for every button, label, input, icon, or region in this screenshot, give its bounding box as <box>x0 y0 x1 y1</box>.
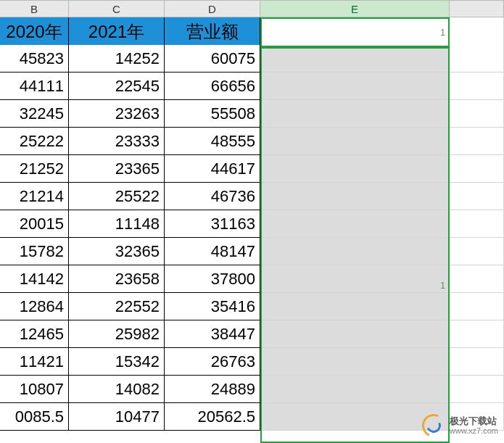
table-cell[interactable]: 60075 <box>165 45 260 73</box>
table-cell[interactable] <box>260 210 450 238</box>
table-cell[interactable] <box>450 238 504 265</box>
table-cell[interactable] <box>260 293 450 320</box>
cell-e1[interactable] <box>260 17 450 47</box>
table-cell[interactable] <box>450 45 504 73</box>
table-cell[interactable]: 15342 <box>69 348 165 376</box>
table-cell[interactable]: 48147 <box>165 238 260 265</box>
table-cell[interactable]: 32245 <box>0 100 69 128</box>
table-cell[interactable]: 44617 <box>165 155 260 183</box>
table-cell[interactable] <box>260 376 450 403</box>
table-cell[interactable] <box>450 183 504 210</box>
table-cell[interactable] <box>260 73 450 100</box>
table-cell[interactable]: 21252 <box>0 155 69 183</box>
table-cell[interactable] <box>450 265 504 293</box>
col-header-d[interactable]: D <box>165 0 260 17</box>
table-cell[interactable]: 44111 <box>0 73 69 100</box>
table-cell[interactable]: 0085.5 <box>0 403 69 431</box>
table-cell[interactable] <box>260 238 450 265</box>
table-cell[interactable] <box>260 320 450 348</box>
col-header-f[interactable] <box>450 0 504 17</box>
table-cell[interactable]: 46736 <box>165 183 260 210</box>
table-cell[interactable]: 20562.5 <box>165 403 260 431</box>
table-cell[interactable]: 22552 <box>69 293 165 320</box>
table-cell[interactable]: 11421 <box>0 348 69 376</box>
table-cell[interactable]: 23365 <box>69 155 165 183</box>
table-cell[interactable]: 12864 <box>0 293 69 320</box>
col-header-e[interactable]: E <box>260 0 450 17</box>
header-2020[interactable]: 2020年 <box>0 17 69 47</box>
table-cell[interactable]: 11148 <box>69 210 165 238</box>
watermark-logo-icon <box>422 414 445 437</box>
table-cell[interactable] <box>260 45 450 73</box>
col-header-c[interactable]: C <box>69 0 165 17</box>
table-cell[interactable] <box>260 128 450 155</box>
watermark-text: 极光下载站 www.xz7.com <box>450 416 498 435</box>
table-cell[interactable]: 10477 <box>69 403 165 431</box>
table-cell[interactable]: 20015 <box>0 210 69 238</box>
col-header-b[interactable]: B <box>0 0 69 17</box>
table-cell[interactable] <box>450 100 504 128</box>
table-cell[interactable]: 15782 <box>0 238 69 265</box>
table-cell[interactable]: 35416 <box>165 293 260 320</box>
table-cell[interactable]: 55508 <box>165 100 260 128</box>
table-cell[interactable] <box>450 155 504 183</box>
table-cell[interactable]: 25522 <box>69 183 165 210</box>
watermark-cn: 极光下载站 <box>450 416 498 426</box>
table-cell[interactable]: 32365 <box>69 238 165 265</box>
table-cell[interactable]: 38447 <box>165 320 260 348</box>
table-cell[interactable]: 14142 <box>0 265 69 293</box>
table-cell[interactable]: 21214 <box>0 183 69 210</box>
table-cell[interactable] <box>450 128 504 155</box>
table-cell[interactable]: 45823 <box>0 45 69 73</box>
table-cell[interactable] <box>450 210 504 238</box>
table-cell[interactable] <box>260 183 450 210</box>
table-cell[interactable]: 12465 <box>0 320 69 348</box>
table-cell[interactable]: 26763 <box>165 348 260 376</box>
table-cell[interactable] <box>450 293 504 320</box>
watermark: 极光下载站 www.xz7.com <box>422 414 498 437</box>
table-cell[interactable]: 37800 <box>165 265 260 293</box>
table-cell[interactable]: 23263 <box>69 100 165 128</box>
table-cell[interactable]: 25982 <box>69 320 165 348</box>
table-cell[interactable]: 23658 <box>69 265 165 293</box>
table-cell[interactable] <box>450 73 504 100</box>
table-cell[interactable]: 25222 <box>0 128 69 155</box>
table-cell[interactable]: 23333 <box>69 128 165 155</box>
spreadsheet-grid: 2020年 2021年 营业额 458231425260075441112254… <box>0 17 504 431</box>
table-cell[interactable]: 10807 <box>0 376 69 403</box>
table-cell[interactable] <box>450 376 504 403</box>
cell-f1[interactable] <box>450 17 504 47</box>
header-revenue[interactable]: 营业额 <box>165 17 260 47</box>
table-cell[interactable] <box>260 265 450 293</box>
table-cell[interactable]: 14252 <box>69 45 165 73</box>
table-cell[interactable] <box>260 100 450 128</box>
table-cell[interactable] <box>450 320 504 348</box>
table-cell[interactable]: 31163 <box>165 210 260 238</box>
header-2021[interactable]: 2021年 <box>69 17 165 47</box>
table-cell[interactable]: 22545 <box>69 73 165 100</box>
table-cell[interactable]: 24889 <box>165 376 260 403</box>
table-cell[interactable] <box>450 348 504 376</box>
watermark-url: www.xz7.com <box>450 426 498 435</box>
column-header-row: B C D E <box>0 0 504 17</box>
table-cell[interactable] <box>260 348 450 376</box>
table-cell[interactable]: 66656 <box>165 73 260 100</box>
table-cell[interactable] <box>260 155 450 183</box>
table-cell[interactable]: 48555 <box>165 128 260 155</box>
table-cell[interactable]: 14082 <box>69 376 165 403</box>
